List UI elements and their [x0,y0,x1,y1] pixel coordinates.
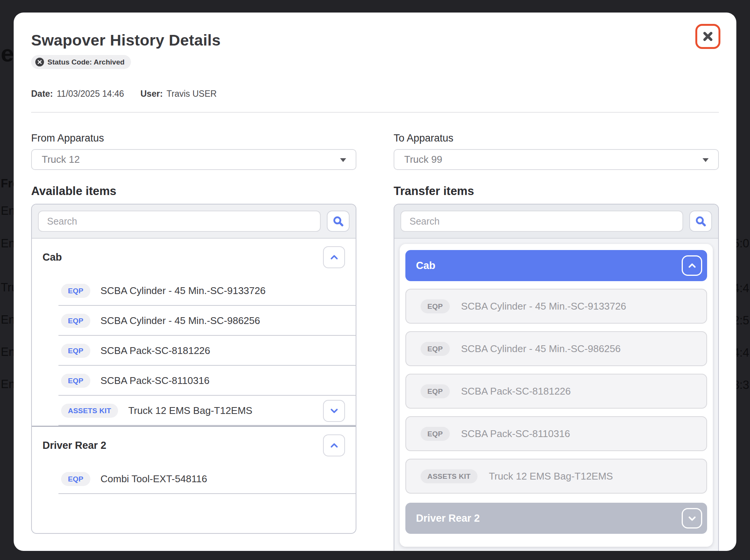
transfer-list-area: Cab EQP SCBA Cylinder - 45 Min.-SC-91337… [394,239,718,551]
search-icon [695,216,706,227]
date-field: Date: 11/03/2025 14:46 [31,89,140,99]
transfer-search-bar [394,204,718,239]
item-type-badge: EQP [61,374,90,388]
toggle-group-button[interactable] [682,255,702,276]
toggle-group-button[interactable] [682,508,702,529]
modal-title: Swapover History Details [31,31,719,49]
item-type-badge: EQP [61,472,90,486]
from-apparatus-select[interactable]: Truck 12 [31,149,356,170]
close-button[interactable] [695,24,720,49]
dropdown-caret-icon [703,158,709,162]
status-badge-label: Status Code: Archived [47,58,124,66]
item-type-badge: ASSETS KIT [421,469,477,483]
dropdown-caret-icon [340,158,346,162]
to-apparatus-value: Truck 99 [404,154,442,165]
available-item-row: EQP SCBA Cylinder - 45 Min.-SC-986256 [32,306,356,336]
user-value: Travis USER [167,89,217,99]
group-name: Driver Rear 2 [416,513,480,524]
item-name: SCBA Cylinder - 45 Min.-SC-986256 [101,315,260,327]
close-icon [701,30,714,43]
chevron-down-icon [329,406,339,416]
available-search-input[interactable] [38,211,321,232]
to-apparatus-label: To Apparatus [394,132,719,144]
date-value: 11/03/2025 14:46 [57,89,124,99]
user-label: User: [140,89,163,99]
collapse-section-button[interactable] [323,434,345,456]
item-name: SCBA Pack-SC-8110316 [101,375,210,387]
available-item-row: ASSETS KIT Truck 12 EMS Bag-T12EMS [32,396,356,426]
item-type-badge: EQP [61,314,90,328]
item-name: Combi Tool-EXT-548116 [101,473,207,485]
transfer-items-heading: Transfer items [394,184,719,198]
status-x-circle-icon [35,58,44,66]
available-section-header: Cab [32,239,356,276]
from-apparatus-value: Truck 12 [42,154,80,165]
item-name: SCBA Cylinder - 45 Min.-SC-9133726 [461,300,626,312]
chevron-down-icon [687,513,697,524]
transfer-item-card: EQP SCBA Cylinder - 45 Min.-SC-9133726 [405,289,707,324]
item-type-badge: EQP [421,342,450,356]
transfer-search-button[interactable] [689,211,712,232]
chevron-up-icon [329,440,339,451]
item-type-badge: ASSETS KIT [61,404,118,418]
user-field: User: Travis USER [140,89,217,99]
group-name: Cab [416,260,435,272]
date-label: Date: [31,89,53,99]
divider [31,112,719,113]
item-type-badge: EQP [421,384,450,398]
available-list: Cab EQP SCBA Cylinder - 45 Min.-SC-91337… [32,239,356,533]
item-name: Truck 12 EMS Bag-T12EMS [489,470,613,482]
item-type-badge: EQP [61,344,90,358]
expand-kit-button[interactable] [323,400,345,422]
chevron-up-icon [687,261,697,271]
item-type-badge: EQP [421,299,450,313]
available-section-header: Driver Rear 2 [32,427,356,464]
meta-row: Date: 11/03/2025 14:46 User: Travis USER [31,89,719,99]
available-search-button[interactable] [327,211,350,232]
transfer-search-input[interactable] [400,211,683,232]
transfer-item-card: ASSETS KIT Truck 12 EMS Bag-T12EMS [405,459,707,494]
search-icon [332,216,344,227]
available-item-row: EQP Combi Tool-EXT-548116 [32,464,356,494]
item-name: SCBA Pack-SC-8110316 [461,428,570,440]
section-name: Driver Rear 2 [43,440,106,451]
available-search-bar [32,204,356,239]
transfer-group-bar[interactable]: Driver Rear 2 [405,503,707,534]
item-type-badge: EQP [421,427,450,441]
transfer-item-card: EQP SCBA Cylinder - 45 Min.-SC-986256 [405,331,707,366]
collapse-section-button[interactable] [323,246,345,268]
transfer-list: Cab EQP SCBA Cylinder - 45 Min.-SC-91337… [400,244,713,547]
available-items-panel: Cab EQP SCBA Cylinder - 45 Min.-SC-91337… [31,204,356,534]
swapover-history-modal: Swapover History Details Status Code: Ar… [14,13,736,551]
item-name: SCBA Pack-SC-8181226 [461,385,571,397]
item-name: SCBA Pack-SC-8181226 [101,345,210,357]
status-badge: Status Code: Archived [31,55,131,69]
to-apparatus-select[interactable]: Truck 99 [394,149,719,170]
item-name: Truck 12 EMS Bag-T12EMS [128,405,252,417]
available-item-row: EQP SCBA Pack-SC-8110316 [32,366,356,396]
item-name: SCBA Cylinder - 45 Min.-SC-9133726 [101,285,266,297]
transfer-group-bar[interactable]: Cab [405,250,707,281]
available-item-row: EQP SCBA Cylinder - 45 Min.-SC-9133726 [32,276,356,306]
chevron-up-icon [329,252,339,263]
item-name: SCBA Cylinder - 45 Min.-SC-986256 [461,343,621,355]
available-items-heading: Available items [31,184,356,198]
transfer-item-card: EQP SCBA Pack-SC-8110316 [405,416,707,451]
available-item-row: EQP SCBA Pack-SC-8181226 [32,336,356,366]
item-type-badge: EQP [61,284,90,298]
section-name: Cab [43,252,62,263]
transfer-items-panel: Cab EQP SCBA Cylinder - 45 Min.-SC-91337… [394,204,719,551]
from-apparatus-label: From Apparatus [31,132,356,144]
transfer-item-card: EQP SCBA Pack-SC-8181226 [405,374,707,409]
